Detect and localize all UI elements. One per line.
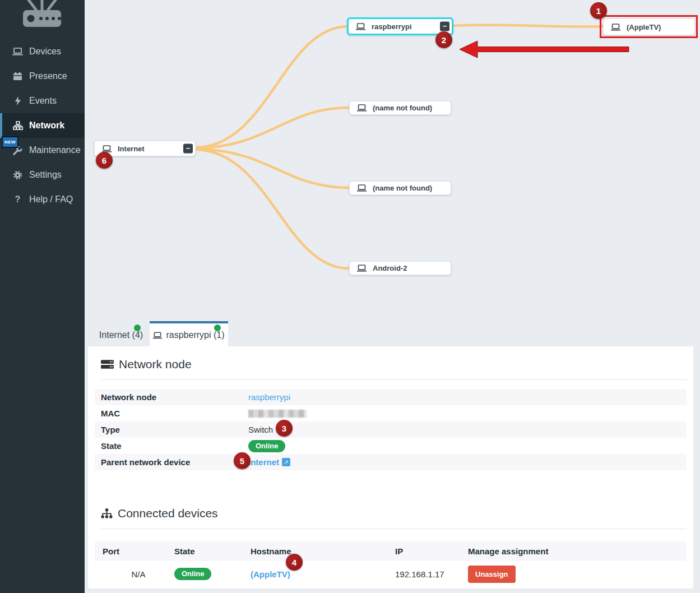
connection-line <box>197 26 349 147</box>
column-header-ip: IP <box>395 546 468 556</box>
state-cell: Online <box>174 568 251 580</box>
external-link-icon[interactable]: ↗ <box>282 458 290 466</box>
network-node-section-title: Network node <box>101 358 192 371</box>
sidebar-item-events[interactable]: Events <box>0 89 85 113</box>
annotation-marker-4: 4 <box>286 554 303 571</box>
row-label: MAC <box>101 409 248 418</box>
main-content: Internet − raspberrypi − (name not found… <box>85 0 700 593</box>
type-value: Switch <box>248 425 273 434</box>
sidebar-item-network[interactable]: Network <box>0 113 85 138</box>
divider <box>101 379 687 380</box>
sidebar-menu: Devices Presence Events Network NEW Ma <box>0 39 85 212</box>
laptop-icon <box>153 331 162 339</box>
laptop-icon <box>357 265 367 272</box>
row-label: Type <box>101 425 248 434</box>
collapse-button[interactable]: − <box>440 22 449 31</box>
laptop-icon <box>356 23 365 30</box>
divider <box>101 529 687 529</box>
laptop-icon <box>102 145 112 152</box>
table-row: Network node raspberrypi <box>95 389 687 405</box>
annotation-marker-2: 2 <box>435 31 452 48</box>
online-status-badge: Online <box>248 440 285 452</box>
node-label: raspberrypi <box>372 22 412 31</box>
lightning-icon <box>12 96 23 106</box>
table-row: Parent network device Internet ↗ <box>95 454 687 470</box>
node-android-2[interactable]: Android-2 <box>349 261 451 275</box>
mac-redacted-value <box>248 410 307 418</box>
column-header-hostname: Hostname <box>251 546 395 556</box>
manage-cell: Unassign <box>468 566 687 583</box>
sidebar-item-label: Presence <box>29 71 67 81</box>
detail-panel: Network node Network node raspberrypi MA… <box>88 346 693 589</box>
appletv-link[interactable]: (AppleTV) <box>251 569 290 579</box>
annotation-marker-6: 6 <box>96 152 113 169</box>
sidebar-item-label: Network <box>29 121 64 131</box>
sidebar-item-label: Events <box>29 96 57 106</box>
gear-icon <box>12 170 23 180</box>
sitemap-icon <box>101 508 113 518</box>
new-badge: NEW <box>2 136 18 148</box>
tab-label: raspberrypi (1) <box>166 330 224 340</box>
laptop-icon <box>12 47 23 57</box>
collapse-button[interactable]: − <box>183 144 193 154</box>
annotation-rectangle <box>600 15 698 38</box>
sidebar-item-devices[interactable]: Devices <box>0 39 85 64</box>
sidebar-item-label: Maintenance <box>29 145 81 155</box>
annotation-marker-5: 5 <box>234 452 251 469</box>
sidebar-item-help[interactable]: ? Help / FAQ <box>0 187 85 212</box>
connection-line <box>452 25 603 26</box>
annotation-marker-3: 3 <box>276 420 293 437</box>
row-label: Parent network device <box>101 457 248 467</box>
online-dot <box>214 325 221 331</box>
sidebar-item-maintenance[interactable]: NEW Maintenance <box>0 138 85 163</box>
server-icon <box>101 359 114 369</box>
parent-internet-link[interactable]: Internet <box>248 457 279 467</box>
sidebar-item-label: Devices <box>29 47 61 57</box>
node-name-not-found-2[interactable]: (name not found) <box>349 181 451 195</box>
column-header-state: State <box>174 546 251 556</box>
raspberrypi-link[interactable]: raspberrypi <box>248 392 290 402</box>
table-row: N/A Online (AppleTV) 192.168.1.17 Unassi… <box>95 561 687 587</box>
sidebar-item-settings[interactable]: Settings <box>0 163 85 187</box>
table-header-row: Port State Hostname IP Manage assignment <box>95 541 687 561</box>
node-label: (name not found) <box>373 184 432 192</box>
connected-devices-table: Port State Hostname IP Manage assignment… <box>95 541 687 587</box>
tab-bar: Internet (4) raspberrypi (1) <box>85 323 700 346</box>
row-label: Network node <box>101 392 248 402</box>
section-title: Network node <box>119 358 192 371</box>
column-header-manage: Manage assignment <box>468 546 687 556</box>
table-row: Type Switch <box>95 421 687 438</box>
connection-line <box>197 149 349 188</box>
sidebar-item-label: Help / FAQ <box>29 194 73 205</box>
tab-internet[interactable]: Internet (4) <box>92 323 150 346</box>
laptop-icon <box>357 104 367 112</box>
column-header-port: Port <box>103 546 174 556</box>
annotation-marker-1: 1 <box>590 2 607 19</box>
online-dot <box>134 325 141 331</box>
node-name-not-found-1[interactable]: (name not found) <box>349 101 451 115</box>
node-label: (name not found) <box>373 104 432 112</box>
node-raspberrypi[interactable]: raspberrypi − <box>347 17 453 35</box>
sidebar: Devices Presence Events Network NEW Ma <box>0 0 85 593</box>
connected-devices-section-title: Connected devices <box>101 507 218 520</box>
sidebar-item-label: Settings <box>29 170 62 180</box>
node-label: Android-2 <box>373 264 407 272</box>
connection-line <box>197 150 349 268</box>
ip-value: 192.168.1.17 <box>395 569 468 579</box>
tab-label: Internet (4) <box>99 330 143 340</box>
laptop-icon <box>357 184 367 192</box>
network-node-table: Network node raspberrypi MAC Type Switch… <box>95 389 687 470</box>
table-row: State Online <box>95 438 687 454</box>
network-icon <box>12 121 23 131</box>
online-status-badge: Online <box>174 568 211 580</box>
row-label: State <box>101 441 248 451</box>
sidebar-item-presence[interactable]: Presence <box>0 64 85 89</box>
question-icon: ? <box>12 194 23 205</box>
node-label: Internet <box>118 145 145 153</box>
port-value: N/A <box>103 569 174 579</box>
connection-line <box>197 108 349 148</box>
calendar-icon <box>12 71 23 82</box>
table-row: MAC <box>95 405 687 421</box>
unassign-button[interactable]: Unassign <box>468 566 516 583</box>
router-logo-icon <box>15 0 69 29</box>
